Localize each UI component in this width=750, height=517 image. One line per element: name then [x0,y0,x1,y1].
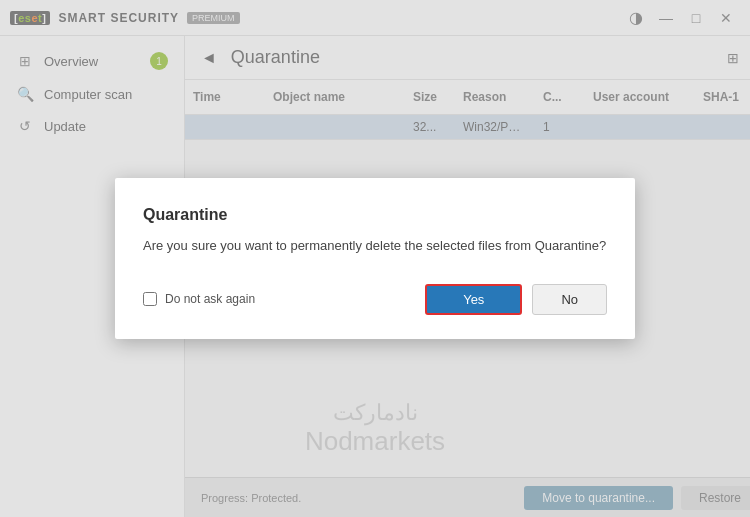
dialog-message: Are you sure you want to permanently del… [143,236,607,256]
dialog-checkbox-area: Do not ask again [143,292,255,306]
quarantine-dialog: Quarantine Are you sure you want to perm… [115,178,635,339]
watermark-arabic: نادمارکت [305,400,445,426]
watermark-latin: Nodmarkets [305,426,445,457]
yes-button[interactable]: Yes [425,284,522,315]
modal-overlay: نادمارکت Nodmarkets Quarantine Are you s… [0,0,750,517]
watermark: نادمارکت Nodmarkets [305,400,445,457]
dialog-buttons: Yes No [425,284,607,315]
do-not-ask-again-checkbox[interactable] [143,292,157,306]
dialog-title: Quarantine [143,206,607,224]
no-button[interactable]: No [532,284,607,315]
do-not-ask-again-label: Do not ask again [165,292,255,306]
dialog-footer: Do not ask again Yes No [143,284,607,315]
